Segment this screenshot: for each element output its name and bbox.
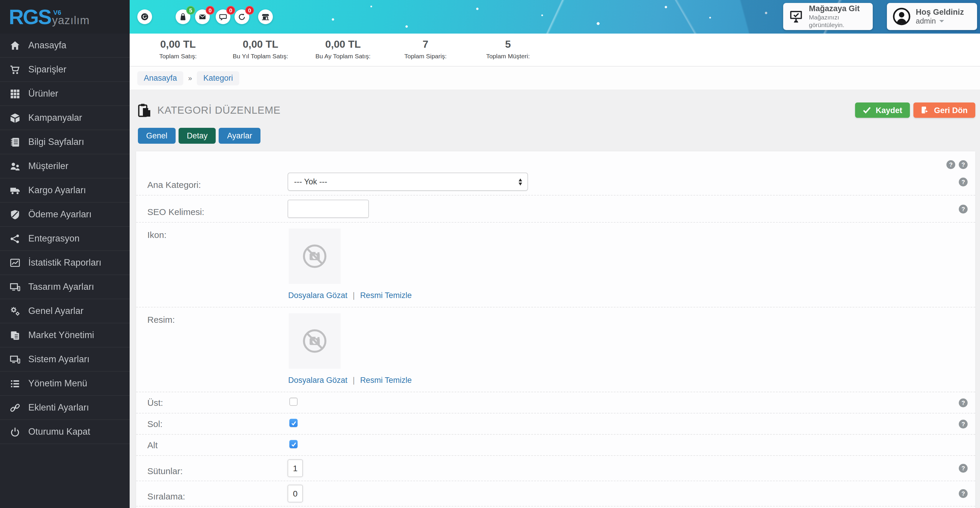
sidebar-item-musteriler[interactable]: Müşteriler: [0, 154, 130, 178]
breadcrumb-category-link[interactable]: Kategori: [197, 71, 240, 85]
row-ana-kategori: Ana Kategori: --- Yok --- ?: [136, 169, 975, 195]
stat-year-sales: 0,00 TL Bu Yıl Toplam Satış:: [219, 33, 302, 66]
resim-browse-link[interactable]: Dosyalara Gözat: [288, 376, 347, 384]
row-ust: Üst: ?: [136, 392, 975, 413]
store-button[interactable]: [258, 10, 273, 24]
store-icon: [261, 13, 270, 21]
resim-clear-link[interactable]: Resmi Temizle: [360, 376, 412, 384]
store-card[interactable]: Mağazaya Git Mağazınızı görüntüleyin.: [783, 3, 873, 30]
breadcrumb-home-link[interactable]: Anasayfa: [137, 71, 184, 85]
help-icon[interactable]: ?: [947, 160, 955, 169]
sidebar-item-odeme-ayarlari[interactable]: Ödeme Ayarları: [0, 203, 130, 227]
sidebar-item-tasarim-ayarlari[interactable]: Tasarım Ayarları: [0, 275, 130, 299]
save-button[interactable]: Kaydet: [855, 103, 910, 118]
siralama-label: Sıralama:: [136, 485, 288, 502]
sidebar-item-siparisler[interactable]: Siparişler: [0, 58, 130, 82]
sidebar-item-anasayfa[interactable]: Anasayfa: [0, 33, 130, 58]
help-icon[interactable]: ?: [959, 204, 967, 213]
row-resim: Resim: Dosyalara Gözat | Resmi Temizle: [136, 308, 975, 392]
help-icon[interactable]: ?: [959, 160, 967, 169]
store-card-title: Mağazaya Git: [809, 4, 873, 14]
topbar: 5 0 0 0 Mağazaya Git Mağazınızı görüntül…: [130, 0, 980, 33]
breadcrumb-separator: »: [188, 74, 192, 82]
breadcrumb: Anasayfa » Kategori: [130, 67, 980, 89]
tab-bar: Genel Detay Ayarlar: [130, 118, 980, 144]
ikon-image-placeholder: [289, 229, 340, 284]
help-icon[interactable]: ?: [959, 464, 967, 473]
messages-button[interactable]: 0: [195, 10, 210, 24]
main-content: KATEGORİ DÜZENLEME Kaydet Geri Dön Genel…: [130, 89, 980, 508]
ust-checkbox[interactable]: [290, 398, 298, 406]
history-icon: [237, 13, 246, 21]
help-icon[interactable]: ?: [959, 178, 967, 186]
orders-button[interactable]: 5: [176, 10, 190, 24]
stat-total-sales: 0,00 TL Toplam Satış:: [137, 33, 219, 66]
sidebar-item-oturumu-kapat[interactable]: Oturumu Kapat: [0, 420, 130, 444]
resim-image-placeholder: [289, 313, 340, 369]
system-icon: [10, 354, 21, 365]
sidebar-item-market-yonetimi[interactable]: Market Yönetimi: [0, 323, 130, 348]
page-arrow-icon: [921, 106, 929, 114]
sidebar-item-kargo-ayarlari[interactable]: Kargo Ayarları: [0, 178, 130, 203]
siralama-input[interactable]: [288, 485, 303, 502]
tab-genel[interactable]: Genel: [138, 128, 176, 144]
power-icon: [10, 426, 21, 437]
ana-kategori-select[interactable]: --- Yok ---: [288, 173, 528, 191]
row-siralama: Sıralama: ?: [136, 481, 975, 506]
page-title: KATEGORİ DÜZENLEME: [138, 103, 280, 117]
sidebar-item-sistem-ayarlari[interactable]: Sistem Ayarları: [0, 348, 130, 371]
row-alt: Alt: [136, 435, 975, 456]
gears-icon: [10, 305, 21, 317]
select-arrows-icon: [519, 178, 522, 185]
check-icon: [290, 420, 297, 426]
history-button[interactable]: 0: [235, 10, 249, 24]
row-sutunlar: Sütunlar: ?: [136, 456, 975, 481]
app-logo[interactable]: RGS V6 yazılım: [0, 0, 130, 33]
seo-input[interactable]: [288, 200, 369, 218]
alt-checkbox[interactable]: [290, 440, 298, 448]
ikon-browse-link[interactable]: Dosyalara Gözat: [288, 291, 347, 300]
alt-label: Alt: [136, 440, 288, 450]
user-sync-icon: [140, 13, 149, 21]
tab-ayarlar[interactable]: Ayarlar: [219, 128, 261, 144]
help-icon[interactable]: ?: [959, 398, 967, 407]
help-icon[interactable]: ?: [959, 489, 967, 498]
pages-icon: [10, 330, 21, 341]
no-image-icon: [301, 327, 328, 354]
back-button[interactable]: Geri Dön: [913, 103, 975, 118]
row-seo-kelimesi: SEO Kelimesi: ?: [136, 195, 975, 223]
shield-icon: [10, 209, 21, 220]
ikon-clear-link[interactable]: Resmi Temizle: [360, 291, 412, 300]
sidebar-item-bilgi-sayfalari[interactable]: Bilgi Sayfaları: [0, 130, 130, 154]
user-menu[interactable]: Hoş Geldiniz admin: [887, 3, 977, 30]
mail-icon: [198, 13, 207, 21]
row-sol: Sol: ?: [136, 413, 975, 435]
truck-icon: [10, 185, 21, 196]
sidebar-item-entegrasyon[interactable]: Entegrasyon: [0, 227, 130, 251]
tab-detay[interactable]: Detay: [178, 128, 216, 144]
stat-total-customers: 5 Toplam Müşteri:: [467, 33, 549, 66]
sol-checkbox[interactable]: [290, 419, 298, 427]
logo-suffix: yazılım: [52, 15, 89, 25]
help-icon[interactable]: ?: [959, 419, 967, 428]
sidebar-item-urunler[interactable]: Ürünler: [0, 82, 130, 106]
no-image-icon: [301, 243, 328, 270]
stat-total-orders: 7 Toplam Sipariş:: [384, 33, 467, 66]
sutunlar-input[interactable]: [288, 459, 303, 477]
user-sync-button[interactable]: [137, 10, 152, 24]
sidebar-item-eklenti-ayarlari[interactable]: Eklenti Ayarları: [0, 396, 130, 420]
check-icon: [290, 441, 297, 447]
sidebar-item-kampanyalar[interactable]: Kampanyalar: [0, 106, 130, 130]
username: admin: [916, 17, 936, 25]
sidebar: RGS V6 yazılım Anasayfa Siparişler Ürünl…: [0, 0, 130, 508]
cube-icon: [10, 112, 21, 124]
shopping-bag-icon: [178, 13, 188, 21]
monitor-check-icon: [789, 9, 803, 24]
sutunlar-label: Sütunlar:: [136, 459, 288, 477]
sidebar-item-genel-ayarlar[interactable]: Genel Ayarlar: [0, 299, 130, 323]
sidebar-item-istatistik-raporlari[interactable]: İstatistik Raporları: [0, 251, 130, 275]
check-icon: [863, 106, 871, 114]
app-window: RGS V6 yazılım Anasayfa Siparişler Ürünl…: [0, 0, 980, 508]
comments-button[interactable]: 0: [216, 10, 231, 24]
sidebar-item-yonetim-menu[interactable]: Yönetim Menü: [0, 371, 130, 396]
